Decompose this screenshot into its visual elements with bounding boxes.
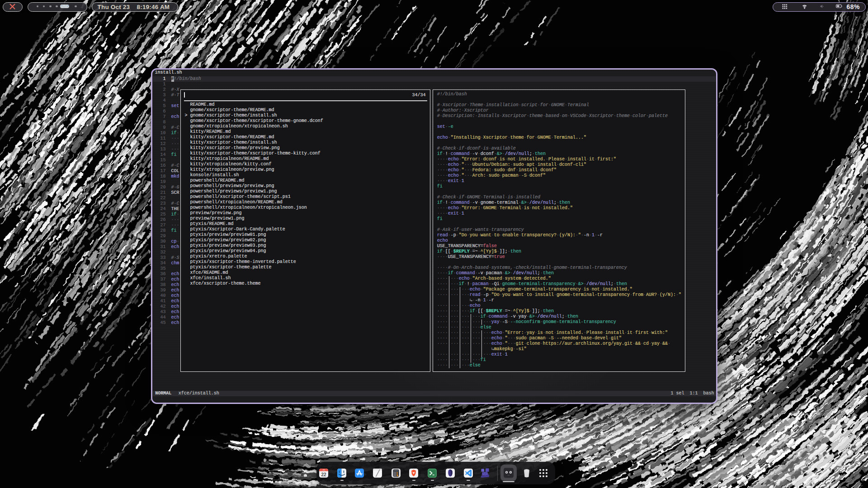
- svg-text:Jul: Jul: [322, 469, 325, 471]
- svg-text:22: 22: [321, 472, 326, 477]
